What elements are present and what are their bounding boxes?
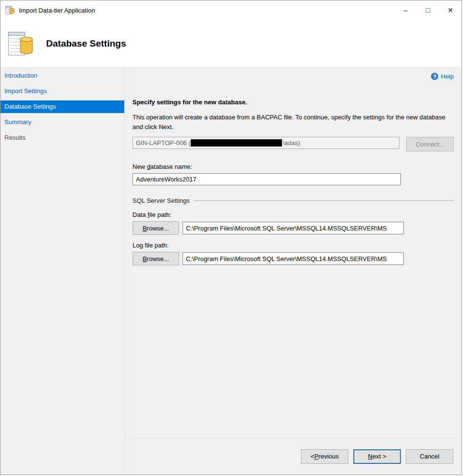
- section-divider: [194, 200, 454, 201]
- redaction-box: [191, 139, 282, 147]
- wizard-body: Introduction Import Settings Database Se…: [0, 67, 462, 475]
- browse-label-key: B: [143, 255, 147, 263]
- previous-button[interactable]: < Previous: [301, 449, 348, 464]
- db-name-input[interactable]: [132, 173, 401, 185]
- sql-server-settings-section: SQL Server Settings: [132, 197, 454, 204]
- sidebar-item-database-settings[interactable]: Database Settings: [0, 100, 124, 113]
- content-pane: ? Help Specify settings for the new data…: [124, 67, 462, 475]
- wizard-footer: < Previous Next > Cancel: [125, 438, 462, 475]
- log-file-label-key: g: [139, 242, 143, 249]
- cancel-button[interactable]: Cancel: [406, 449, 453, 464]
- log-file-label-post: file path:: [143, 242, 169, 249]
- log-file-row: Browse...: [132, 252, 454, 265]
- next-button[interactable]: Next >: [353, 449, 401, 464]
- sidebar-item-introduction[interactable]: Introduction: [0, 69, 124, 82]
- server-name-field: GIN-LAPTOP-006 ( \adas): [132, 137, 399, 149]
- database-settings-icon: [7, 31, 33, 57]
- server-row: GIN-LAPTOP-006 ( \adas) Connect...: [132, 137, 454, 151]
- log-file-path-label: Log file path:: [132, 242, 454, 249]
- db-name-label-key: d: [147, 163, 150, 170]
- maximize-button[interactable]: □: [417, 0, 439, 20]
- log-file-path-input[interactable]: [182, 252, 404, 265]
- help-link[interactable]: Help: [441, 73, 454, 80]
- data-file-browse-button[interactable]: Browse...: [132, 221, 179, 235]
- next-label-key: N: [368, 453, 372, 460]
- sidebar-item-import-settings[interactable]: Import Settings: [0, 85, 124, 98]
- browse-label-post: rowse...: [147, 255, 169, 263]
- log-file-label-pre: Lo: [132, 242, 139, 249]
- description-text: This operation will create a database fr…: [132, 113, 454, 132]
- previous-label-pre: <: [311, 453, 314, 460]
- log-file-browse-button[interactable]: Browse...: [132, 252, 179, 265]
- import-data-tier-application-window: Import Data-tier Application – □ ✕ Datab…: [0, 0, 462, 475]
- app-icon: [5, 5, 15, 15]
- data-file-row: Browse...: [132, 221, 454, 235]
- browse-label-key: B: [143, 225, 147, 232]
- close-button[interactable]: ✕: [439, 0, 462, 20]
- window-title: Import Data-tier Application: [19, 7, 395, 14]
- sidebar-item-summary[interactable]: Summary: [0, 116, 124, 129]
- data-file-label-post: ile path:: [149, 211, 172, 218]
- wizard-header: Database Settings: [0, 20, 462, 67]
- titlebar: Import Data-tier Application – □ ✕: [0, 0, 462, 20]
- content-main: ? Help Specify settings for the new data…: [125, 67, 462, 438]
- section-heading: Specify settings for the new database.: [132, 98, 454, 106]
- data-file-path-input[interactable]: [182, 222, 404, 234]
- server-name-prefix: GIN-LAPTOP-006 (: [136, 139, 190, 147]
- data-file-label-pre: Data: [132, 211, 148, 218]
- section-title: SQL Server Settings: [132, 197, 190, 204]
- connect-button: Connect...: [406, 137, 454, 151]
- wizard-steps-sidebar: Introduction Import Settings Database Se…: [0, 67, 124, 475]
- page-title: Database Settings: [46, 38, 126, 49]
- db-name-label: New database name:: [132, 163, 454, 170]
- db-name-label-post: atabase name:: [150, 163, 192, 170]
- browse-label-post: rowse...: [147, 225, 169, 232]
- data-file-path-label: Data file path:: [132, 211, 454, 218]
- next-label-post: ext >: [372, 453, 386, 460]
- help-icon: ?: [431, 73, 438, 80]
- previous-label-post: revious: [318, 453, 339, 460]
- server-name-suffix: \adas): [282, 139, 300, 147]
- window-controls: – □ ✕: [395, 0, 462, 20]
- minimize-button[interactable]: –: [395, 0, 417, 20]
- sidebar-item-results: Results: [0, 131, 124, 144]
- previous-label-key: P: [314, 453, 319, 460]
- help-row: ? Help: [132, 67, 454, 80]
- db-name-label-pre: New: [132, 163, 147, 170]
